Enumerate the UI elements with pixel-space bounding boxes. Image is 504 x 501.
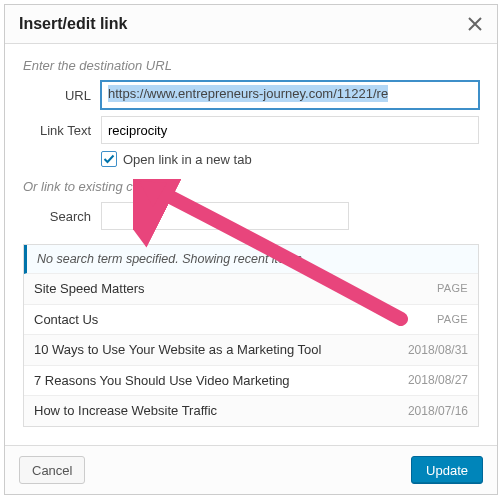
result-title: Site Speed Matters bbox=[34, 281, 145, 297]
list-item[interactable]: Site Speed MattersPAGE bbox=[24, 274, 478, 305]
result-title: 10 Ways to Use Your Website as a Marketi… bbox=[34, 342, 321, 358]
search-row: Search bbox=[23, 202, 479, 230]
results-notice: No search term specified. Showing recent… bbox=[24, 245, 478, 274]
close-icon[interactable] bbox=[467, 16, 483, 32]
link-text-label: Link Text bbox=[23, 123, 101, 138]
enter-url-help: Enter the destination URL bbox=[23, 58, 479, 73]
result-title: Contact Us bbox=[34, 312, 98, 328]
search-label: Search bbox=[23, 209, 101, 224]
result-meta: 2018/08/31 bbox=[408, 343, 468, 357]
dialog-body: Enter the destination URL URL https://ww… bbox=[5, 44, 497, 445]
result-meta: 2018/08/27 bbox=[408, 373, 468, 387]
result-meta: PAGE bbox=[437, 282, 468, 295]
existing-content-help: Or link to existing content bbox=[23, 179, 479, 194]
results-list[interactable]: No search term specified. Showing recent… bbox=[23, 244, 479, 427]
link-text-row: Link Text bbox=[23, 116, 479, 144]
search-input[interactable] bbox=[101, 202, 349, 230]
result-title: 7 Reasons You Should Use Video Marketing bbox=[34, 373, 290, 389]
link-text-input[interactable] bbox=[101, 116, 479, 144]
result-meta: PAGE bbox=[437, 313, 468, 326]
open-new-tab-label: Open link in a new tab bbox=[123, 152, 252, 167]
list-item[interactable]: 7 Reasons You Should Use Video Marketing… bbox=[24, 366, 478, 397]
open-new-tab-checkbox[interactable] bbox=[101, 151, 117, 167]
url-input[interactable]: https://www.entrepreneurs-journey.com/11… bbox=[101, 81, 479, 109]
update-button[interactable]: Update bbox=[411, 456, 483, 484]
list-item[interactable]: How to Increase Website Traffic2018/07/1… bbox=[24, 396, 478, 427]
result-title: How to Increase Website Traffic bbox=[34, 403, 217, 419]
list-item[interactable]: Contact UsPAGE bbox=[24, 305, 478, 336]
dialog-title: Insert/edit link bbox=[19, 15, 127, 33]
url-label: URL bbox=[23, 88, 101, 103]
insert-link-dialog: Insert/edit link Enter the destination U… bbox=[4, 4, 498, 495]
list-item[interactable]: 10 Ways to Use Your Website as a Marketi… bbox=[24, 335, 478, 366]
dialog-footer: Cancel Update bbox=[5, 445, 497, 494]
result-meta: 2018/07/16 bbox=[408, 404, 468, 418]
dialog-titlebar: Insert/edit link bbox=[5, 5, 497, 44]
cancel-button[interactable]: Cancel bbox=[19, 456, 85, 484]
open-new-tab-row[interactable]: Open link in a new tab bbox=[101, 151, 479, 167]
url-row: URL https://www.entrepreneurs-journey.co… bbox=[23, 81, 479, 109]
